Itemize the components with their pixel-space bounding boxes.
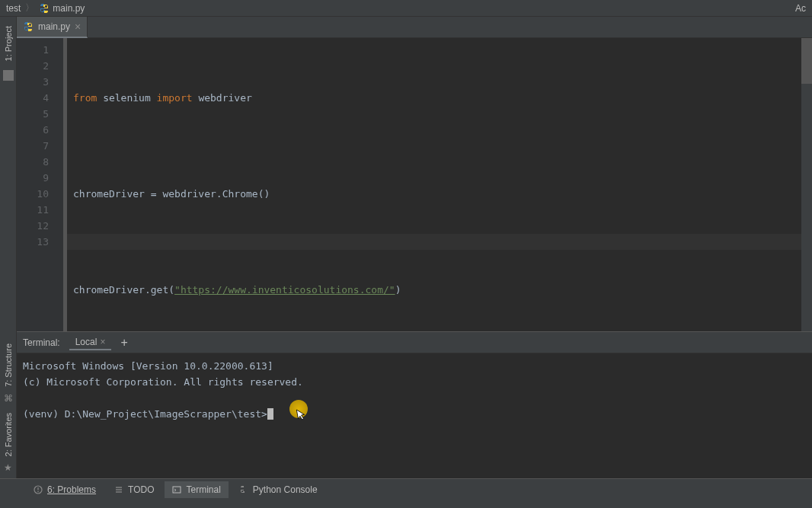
structure-icon: ⌘ bbox=[4, 393, 13, 404]
terminal-label: Terminal: bbox=[23, 337, 60, 348]
terminal-tab-label: Local bbox=[75, 337, 98, 347]
line-number: 12 bbox=[17, 218, 49, 234]
line-number: 11 bbox=[17, 202, 49, 218]
line-number: 2 bbox=[17, 58, 49, 74]
terminal-pane: Terminal: Local × + Microsoft Windows [V… bbox=[17, 331, 812, 478]
code-area[interactable]: 1 2 3 4 5 6 7 8 9 10 11 12 13 from selen… bbox=[17, 38, 812, 331]
breadcrumb-file[interactable]: main.py bbox=[39, 3, 85, 14]
sidebar-structure-tab[interactable]: 7: Structure bbox=[4, 343, 13, 387]
line-number: 4 bbox=[17, 90, 49, 106]
code-line: chromeDriver = webdriver.Chrome() bbox=[73, 186, 801, 202]
python-file-icon bbox=[23, 21, 34, 32]
status-problems[interactable]: 6: Problems bbox=[26, 481, 104, 498]
editor-area: main.py × 1 2 3 4 5 6 7 8 9 10 11 12 13 bbox=[17, 17, 812, 331]
tab-main-py[interactable]: main.py × bbox=[17, 17, 88, 38]
left-sidebar: 1: Project bbox=[0, 17, 17, 331]
close-icon[interactable]: × bbox=[100, 337, 105, 347]
line-number: 8 bbox=[17, 154, 49, 170]
terminal-icon bbox=[172, 485, 181, 494]
terminal-blank-line bbox=[23, 390, 806, 406]
line-number: 1 bbox=[17, 42, 49, 58]
code-body[interactable]: from selenium import webdriver chromeDri… bbox=[67, 38, 801, 331]
code-line bbox=[73, 234, 801, 250]
line-number: 6 bbox=[17, 122, 49, 138]
python-file-icon bbox=[39, 3, 50, 14]
folder-icon bbox=[3, 70, 14, 81]
line-number: 9 bbox=[17, 170, 49, 186]
line-number: 10 bbox=[17, 186, 49, 202]
status-python-console-label: Python Console bbox=[253, 484, 318, 495]
sidebar-project-tab[interactable]: 1: Project bbox=[4, 26, 13, 61]
line-number: 7 bbox=[17, 138, 49, 154]
status-python-console[interactable]: Python Console bbox=[232, 481, 325, 498]
python-icon bbox=[239, 485, 248, 494]
status-todo-label: TODO bbox=[128, 484, 154, 495]
terminal-header: Terminal: Local × + bbox=[17, 332, 812, 353]
breadcrumb-separator: 〉 bbox=[25, 2, 34, 14]
status-problems-label: 6: Problems bbox=[47, 484, 96, 495]
list-icon bbox=[114, 485, 123, 494]
svg-rect-6 bbox=[173, 487, 181, 493]
terminal-prompt-line: (venv) D:\New_Project\ImageScrapper\test… bbox=[23, 406, 806, 422]
line-number: 3 bbox=[17, 74, 49, 90]
terminal-body[interactable]: Microsoft Windows [Version 10.0.22000.61… bbox=[17, 353, 812, 478]
close-icon[interactable]: × bbox=[75, 21, 81, 33]
code-line bbox=[73, 138, 801, 154]
breadcrumb: test 〉 main.py Ac bbox=[0, 0, 812, 17]
scrollbar-thumb[interactable] bbox=[801, 38, 812, 84]
star-icon: ★ bbox=[4, 462, 12, 473]
warning-icon bbox=[34, 485, 43, 494]
left-sidebar-lower: 7: Structure ⌘ 2: Favorites ★ bbox=[0, 331, 17, 478]
code-line bbox=[73, 330, 801, 331]
terminal-tab-local[interactable]: Local × bbox=[69, 335, 112, 350]
sidebar-favorites-tab[interactable]: 2: Favorites bbox=[4, 413, 13, 456]
svg-point-2 bbox=[37, 490, 39, 492]
line-number: 13 bbox=[17, 234, 49, 250]
terminal-output-line: (c) Microsoft Corporation. All rights re… bbox=[23, 374, 806, 390]
status-terminal-label: Terminal bbox=[186, 484, 220, 495]
add-terminal-button[interactable]: + bbox=[120, 336, 127, 350]
breadcrumb-file-label: main.py bbox=[53, 3, 85, 14]
gutter-bar bbox=[55, 38, 64, 331]
line-number: 5 bbox=[17, 106, 49, 122]
terminal-cursor bbox=[267, 408, 273, 420]
code-line: from selenium import webdriver bbox=[73, 90, 801, 106]
vertical-scrollbar[interactable] bbox=[801, 38, 812, 331]
tab-filename: main.py bbox=[38, 21, 70, 32]
breadcrumb-root[interactable]: test bbox=[6, 3, 21, 14]
code-line: chromeDriver.get("https://www.inventicos… bbox=[73, 282, 801, 298]
top-right-truncated: Ac bbox=[795, 3, 806, 14]
status-bar: 6: Problems TODO Terminal Python Console bbox=[0, 478, 812, 500]
status-todo[interactable]: TODO bbox=[107, 481, 161, 498]
terminal-output-line: Microsoft Windows [Version 10.0.22000.61… bbox=[23, 358, 806, 374]
line-number-gutter: 1 2 3 4 5 6 7 8 9 10 11 12 13 bbox=[17, 38, 55, 331]
status-terminal[interactable]: Terminal bbox=[165, 481, 228, 498]
editor-tabs: main.py × bbox=[17, 17, 812, 38]
